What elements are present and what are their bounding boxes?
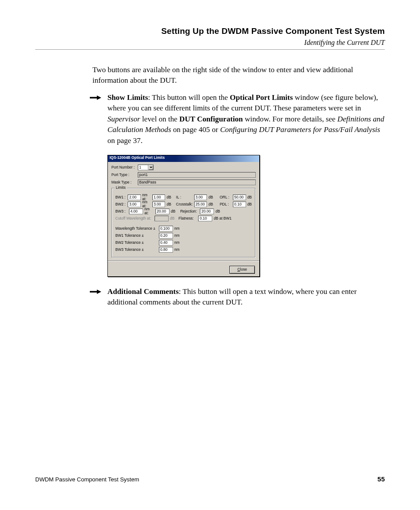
bw2-nm-field[interactable]: 3.00 xyxy=(128,202,141,207)
bw3-label: BW3 : xyxy=(115,209,128,213)
bw1-label: BW1 : xyxy=(115,195,126,199)
unit-nm: nm xyxy=(174,227,180,231)
close-text: lose xyxy=(240,267,247,272)
additional-comments-label: Additional Comments xyxy=(107,287,179,296)
footer-product: DWDM Passive Component Test System xyxy=(35,476,139,483)
t: : This button will open the xyxy=(148,93,230,102)
bw2-tol-field[interactable]: 0.40 xyxy=(159,240,173,246)
unit-db: dB xyxy=(166,195,171,199)
orl-field[interactable]: 50.00 xyxy=(233,194,246,200)
flatness-label: Flatness: xyxy=(178,216,197,220)
intro-paragraph: Two buttons are available on the right s… xyxy=(92,65,385,86)
t: window. For more details, see xyxy=(243,115,338,123)
t: on page 405 or xyxy=(171,125,220,134)
bullet-show-limits: Show Limits: This button will open the O… xyxy=(92,92,385,146)
crosstalk-label: Crosstalk: xyxy=(176,202,193,206)
rejection-label: Rejection: xyxy=(180,209,199,213)
bw3-tol-field[interactable]: 0.80 xyxy=(159,247,173,253)
mask-type-field: BandPass xyxy=(138,180,256,185)
unit-db: dB xyxy=(215,209,220,213)
port-type-field: port1 xyxy=(138,172,256,178)
il-field[interactable]: 3.00 xyxy=(194,194,207,200)
t: DUT Configuration xyxy=(179,115,243,123)
bw3-nm-field[interactable]: 4.00 xyxy=(129,209,143,214)
t: Supervisor xyxy=(107,115,140,123)
unit-nm: nm xyxy=(174,241,180,245)
bw1-tol-field[interactable]: 0.20 xyxy=(159,233,173,238)
dialog-separator xyxy=(108,261,259,261)
il-label: IL : xyxy=(176,195,193,199)
crosstalk-field[interactable]: 25.00 xyxy=(194,202,207,207)
flatness-field[interactable]: 0.10 xyxy=(198,216,212,221)
t: Optical Port Limits xyxy=(230,93,293,102)
unit-db: dB xyxy=(208,195,213,199)
orl-label: ORL : xyxy=(220,195,232,199)
arrow-right-icon xyxy=(90,94,101,101)
bullet-additional-comments: Additional Comments: This button will op… xyxy=(92,286,385,308)
wl-tol-field[interactable]: 0.100 xyxy=(159,226,173,231)
dialog-titlebar: IQS-12004B Optical Port Limits xyxy=(108,155,259,162)
unit-nm: nm xyxy=(174,234,180,238)
optical-port-limits-dialog: IQS-12004B Optical Port Limits Port Numb… xyxy=(107,155,260,277)
bw2-db-field[interactable]: 3.00 xyxy=(152,202,166,207)
bw2-tol-label: BW2 Tolerance ± xyxy=(115,241,158,245)
unit-db-at-bw1: dB at BW1 xyxy=(214,216,232,220)
unit-db: dB xyxy=(170,216,174,220)
unit-db: dB xyxy=(171,209,175,213)
rejection-field[interactable]: 20.00 xyxy=(200,209,214,214)
page-header-subtitle: Identifying the Current DUT xyxy=(35,39,385,47)
footer-page-number: 55 xyxy=(377,475,385,483)
bw1-tol-label: BW1 Tolerance ± xyxy=(115,234,158,238)
header-rule xyxy=(35,49,385,50)
port-number-select[interactable]: 1 xyxy=(138,165,154,170)
port-number-value: 1 xyxy=(139,165,141,169)
pdl-label: PDL : xyxy=(220,202,232,206)
bw3-at-label: nm at: xyxy=(144,207,154,216)
svg-rect-0 xyxy=(90,97,98,98)
svg-rect-1 xyxy=(90,291,98,292)
bw1-db-field[interactable]: 1.00 xyxy=(152,194,166,200)
close-button[interactable]: Close xyxy=(229,266,255,274)
bw2-label: BW2 : xyxy=(115,202,126,206)
unit-db: dB xyxy=(247,195,252,199)
arrow-right-icon xyxy=(90,288,101,295)
limits-groupbox: Limits BW1 : 2.00 nm at: 1.00 dB IL : 3.… xyxy=(111,188,256,258)
t: Configuring DUT Parameters for Pass/Fail… xyxy=(220,125,380,134)
port-number-label: Port Number : xyxy=(111,165,136,169)
unit-db: dB xyxy=(247,202,252,206)
bw1-nm-field[interactable]: 2.00 xyxy=(128,194,141,200)
show-limits-label: Show Limits xyxy=(107,93,148,102)
cutoff-field xyxy=(155,216,169,221)
chevron-down-icon xyxy=(148,165,153,170)
mask-type-label: Mask Type : xyxy=(111,180,136,184)
unit-db: dB xyxy=(208,202,213,206)
page-header-title: Setting Up the DWDM Passive Component Te… xyxy=(35,26,385,36)
unit-db: dB xyxy=(166,202,171,206)
port-type-label: Port Type : xyxy=(111,173,136,177)
bw3-db-field[interactable]: 20.00 xyxy=(155,209,169,214)
t: on page 37. xyxy=(107,136,143,145)
wl-tol-label: Wavelength Tolerance ± xyxy=(115,227,158,231)
bw3-tol-label: BW3 Tolerance ± xyxy=(115,248,158,252)
limits-legend: Limits xyxy=(114,186,127,190)
pdl-field[interactable]: 0.10 xyxy=(233,202,246,207)
cutoff-label: Cutoff Wavelength at: xyxy=(115,216,153,220)
t: level on the xyxy=(140,115,179,123)
unit-nm: nm xyxy=(174,248,180,252)
